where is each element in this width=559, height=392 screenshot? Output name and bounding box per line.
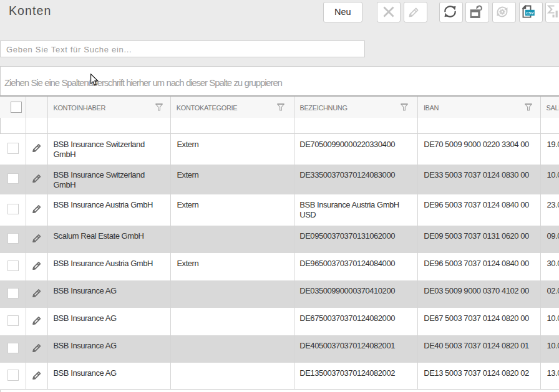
svg-text:CSV: CSV	[526, 11, 533, 15]
